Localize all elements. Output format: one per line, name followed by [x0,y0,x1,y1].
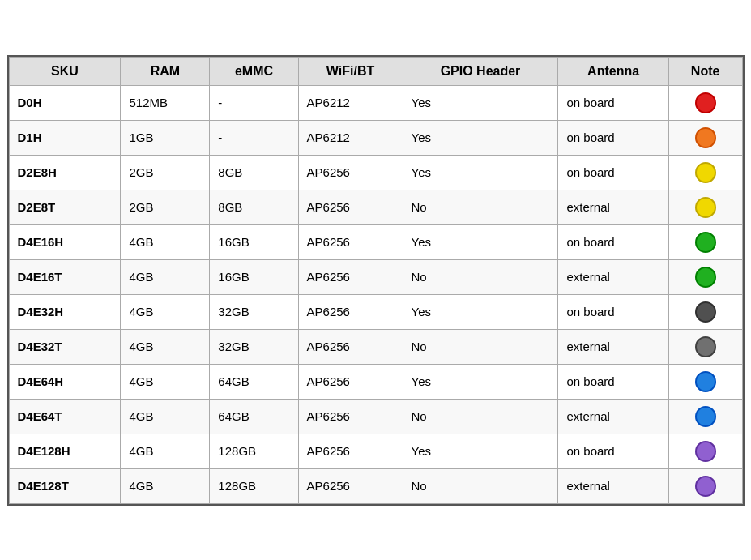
cell-note [668,294,742,329]
cell-sku: D4E16H [9,224,121,259]
cell-ram: 4GB [121,329,210,364]
table-row: D4E32H4GB32GBAP6256Yeson board [9,294,742,329]
table-row: D4E64T4GB64GBAP6256Noexternal [9,399,742,434]
cell-ram: 4GB [121,468,210,503]
cell-emmc: 16GB [210,224,298,259]
cell-wifi: AP6212 [298,120,403,155]
color-dot [695,371,716,392]
cell-emmc: 64GB [210,399,298,434]
cell-sku: D4E128H [9,434,121,468]
table-header-row: SKURAMeMMCWiFi/BTGPIO HeaderAntennaNote [9,57,742,85]
cell-antenna: on board [558,224,668,259]
cell-antenna: external [558,190,668,224]
cell-emmc: 8GB [210,190,298,224]
cell-gpio: Yes [403,120,558,155]
cell-emmc: 16GB [210,259,298,294]
cell-gpio: Yes [403,224,558,259]
column-header-sku: SKU [9,57,121,85]
cell-sku: D4E32H [9,294,121,329]
cell-emmc: 32GB [210,294,298,329]
cell-note [668,224,742,259]
cell-ram: 4GB [121,399,210,434]
cell-ram: 4GB [121,224,210,259]
cell-ram: 4GB [121,294,210,329]
cell-antenna: on board [558,85,668,120]
cell-sku: D0H [9,85,121,120]
cell-sku: D4E16T [9,259,121,294]
column-header-antenna: Antenna [558,57,668,85]
cell-gpio: Yes [403,434,558,468]
cell-emmc: 128GB [210,468,298,503]
cell-emmc: - [210,120,298,155]
cell-note [668,364,742,399]
cell-note [668,155,742,190]
cell-ram: 2GB [121,190,210,224]
cell-wifi: AP6256 [298,364,403,399]
cell-antenna: on board [558,120,668,155]
cell-wifi: AP6256 [298,329,403,364]
color-dot [695,267,716,288]
table-row: D0H512MB-AP6212Yeson board [9,85,742,120]
cell-ram: 4GB [121,364,210,399]
color-dot [695,197,716,218]
cell-emmc: - [210,85,298,120]
cell-gpio: No [403,468,558,503]
cell-sku: D4E64H [9,364,121,399]
cell-antenna: external [558,329,668,364]
cell-wifi: AP6256 [298,294,403,329]
color-dot [695,127,716,148]
cell-ram: 4GB [121,434,210,468]
color-dot [695,476,716,497]
color-dot [695,92,716,113]
cell-note [668,468,742,503]
cell-note [668,434,742,468]
column-header-gpio-header: GPIO Header [403,57,558,85]
cell-note [668,329,742,364]
cell-sku: D4E128T [9,468,121,503]
cell-wifi: AP6256 [298,259,403,294]
color-dot [695,441,716,462]
cell-gpio: Yes [403,294,558,329]
column-header-note: Note [668,57,742,85]
cell-antenna: external [558,259,668,294]
column-header-ram: RAM [121,57,210,85]
cell-emmc: 128GB [210,434,298,468]
cell-ram: 512MB [121,85,210,120]
cell-note [668,120,742,155]
cell-gpio: No [403,399,558,434]
cell-antenna: on board [558,434,668,468]
cell-antenna: external [558,468,668,503]
cell-antenna: on board [558,155,668,190]
color-dot [695,336,716,357]
cell-emmc: 32GB [210,329,298,364]
cell-wifi: AP6256 [298,155,403,190]
cell-ram: 4GB [121,259,210,294]
table-row: D4E128H4GB128GBAP6256Yeson board [9,434,742,468]
cell-wifi: AP6212 [298,85,403,120]
cell-wifi: AP6256 [298,434,403,468]
cell-emmc: 8GB [210,155,298,190]
table-row: D2E8T2GB8GBAP6256Noexternal [9,190,742,224]
cell-antenna: on board [558,364,668,399]
column-header-wifi-bt: WiFi/BT [298,57,403,85]
cell-wifi: AP6256 [298,399,403,434]
cell-gpio: No [403,329,558,364]
cell-gpio: No [403,259,558,294]
cell-sku: D2E8T [9,190,121,224]
cell-note [668,190,742,224]
cell-wifi: AP6256 [298,224,403,259]
cell-ram: 1GB [121,120,210,155]
table-row: D4E16H4GB16GBAP6256Yeson board [9,224,742,259]
cell-note [668,85,742,120]
color-dot [695,406,716,427]
cell-sku: D2E8H [9,155,121,190]
cell-emmc: 64GB [210,364,298,399]
table-row: D1H1GB-AP6212Yeson board [9,120,742,155]
table-row: D2E8H2GB8GBAP6256Yeson board [9,155,742,190]
cell-wifi: AP6256 [298,468,403,503]
cell-sku: D4E32T [9,329,121,364]
cell-antenna: external [558,399,668,434]
cell-note [668,259,742,294]
cell-antenna: on board [558,294,668,329]
column-header-emmc: eMMC [210,57,298,85]
